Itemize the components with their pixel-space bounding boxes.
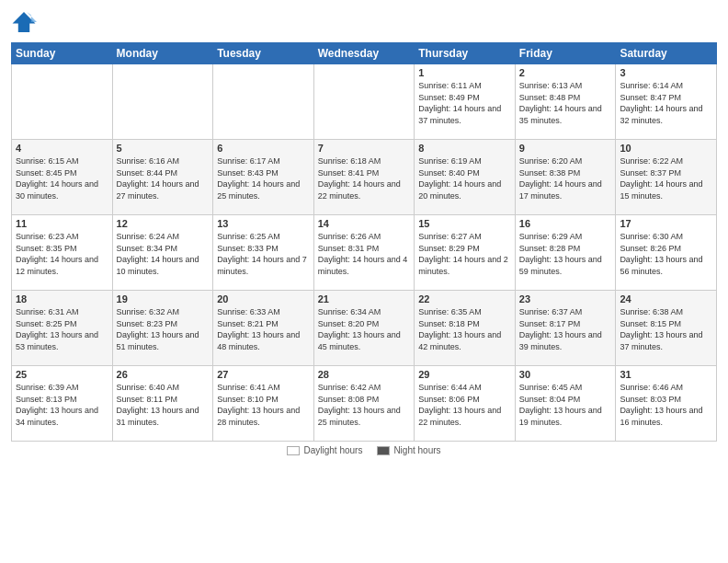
day-number: 16 — [519, 218, 612, 229]
day-info: Sunrise: 6:40 AMSunset: 8:11 PMDaylight:… — [117, 382, 210, 428]
calendar-cell: 27Sunrise: 6:41 AMSunset: 8:10 PMDayligh… — [213, 366, 314, 442]
day-number: 23 — [519, 293, 612, 304]
day-number: 5 — [117, 143, 210, 154]
calendar-cell: 3Sunrise: 6:14 AMSunset: 8:47 PMDaylight… — [616, 64, 717, 140]
day-info: Sunrise: 6:32 AMSunset: 8:23 PMDaylight:… — [117, 306, 210, 352]
day-number: 3 — [620, 67, 712, 78]
col-thursday: Thursday — [415, 43, 516, 64]
calendar-cell: 30Sunrise: 6:45 AMSunset: 8:04 PMDayligh… — [515, 366, 616, 442]
day-number: 15 — [418, 218, 511, 229]
day-info: Sunrise: 6:15 AMSunset: 8:45 PMDaylight:… — [16, 155, 108, 201]
col-monday: Monday — [112, 43, 213, 64]
calendar-cell: 23Sunrise: 6:37 AMSunset: 8:17 PMDayligh… — [515, 291, 616, 366]
day-number: 13 — [217, 218, 310, 229]
day-info: Sunrise: 6:20 AMSunset: 8:38 PMDaylight:… — [519, 155, 612, 201]
day-info: Sunrise: 6:30 AMSunset: 8:26 PMDaylight:… — [620, 231, 712, 277]
calendar-row-3: 11Sunrise: 6:23 AMSunset: 8:35 PMDayligh… — [12, 215, 717, 291]
day-info: Sunrise: 6:18 AMSunset: 8:41 PMDaylight:… — [318, 155, 411, 201]
calendar-cell: 22Sunrise: 6:35 AMSunset: 8:18 PMDayligh… — [415, 291, 516, 366]
calendar-cell: 8Sunrise: 6:19 AMSunset: 8:40 PMDaylight… — [415, 140, 516, 215]
day-info: Sunrise: 6:25 AMSunset: 8:33 PMDaylight:… — [217, 231, 310, 277]
calendar-cell: 9Sunrise: 6:20 AMSunset: 8:38 PMDaylight… — [515, 140, 616, 215]
day-number: 30 — [519, 369, 612, 380]
day-number: 22 — [418, 293, 511, 304]
day-info: Sunrise: 6:44 AMSunset: 8:06 PMDaylight:… — [418, 382, 511, 428]
calendar-cell: 31Sunrise: 6:46 AMSunset: 8:03 PMDayligh… — [616, 366, 717, 442]
day-info: Sunrise: 6:31 AMSunset: 8:25 PMDaylight:… — [16, 306, 108, 352]
daylight-color-box — [287, 446, 300, 455]
calendar-cell: 24Sunrise: 6:38 AMSunset: 8:15 PMDayligh… — [616, 291, 717, 366]
col-sunday: Sunday — [12, 43, 113, 64]
day-number: 10 — [620, 143, 712, 154]
calendar-table: Sunday Monday Tuesday Wednesday Thursday… — [11, 42, 717, 442]
calendar-cell — [213, 64, 314, 140]
day-info: Sunrise: 6:14 AMSunset: 8:47 PMDaylight:… — [620, 80, 712, 126]
logo-icon — [11, 9, 37, 35]
calendar-cell — [12, 64, 113, 140]
day-number: 29 — [418, 369, 511, 380]
day-number: 21 — [318, 293, 411, 304]
night-label: Night hours — [393, 445, 440, 455]
calendar-cell: 26Sunrise: 6:40 AMSunset: 8:11 PMDayligh… — [112, 366, 213, 442]
logo — [11, 9, 40, 35]
calendar-cell: 2Sunrise: 6:13 AMSunset: 8:48 PMDaylight… — [515, 64, 616, 140]
day-info: Sunrise: 6:39 AMSunset: 8:13 PMDaylight:… — [16, 382, 108, 428]
calendar-cell: 14Sunrise: 6:26 AMSunset: 8:31 PMDayligh… — [313, 215, 415, 291]
calendar-cell: 6Sunrise: 6:17 AMSunset: 8:43 PMDaylight… — [213, 140, 314, 215]
day-info: Sunrise: 6:33 AMSunset: 8:21 PMDaylight:… — [217, 306, 310, 352]
calendar-cell: 17Sunrise: 6:30 AMSunset: 8:26 PMDayligh… — [616, 215, 717, 291]
col-friday: Friday — [515, 43, 616, 64]
day-info: Sunrise: 6:35 AMSunset: 8:18 PMDaylight:… — [418, 306, 511, 352]
legend-daylight: Daylight hours — [287, 445, 362, 455]
night-color-box — [377, 446, 390, 455]
calendar-cell: 15Sunrise: 6:27 AMSunset: 8:29 PMDayligh… — [415, 215, 516, 291]
calendar-cell: 16Sunrise: 6:29 AMSunset: 8:28 PMDayligh… — [515, 215, 616, 291]
calendar-cell: 18Sunrise: 6:31 AMSunset: 8:25 PMDayligh… — [12, 291, 113, 366]
day-number: 31 — [620, 369, 712, 380]
day-info: Sunrise: 6:42 AMSunset: 8:08 PMDaylight:… — [318, 382, 411, 428]
day-number: 6 — [217, 143, 310, 154]
day-number: 9 — [519, 143, 612, 154]
calendar-cell: 1Sunrise: 6:11 AMSunset: 8:49 PMDaylight… — [415, 64, 516, 140]
calendar-row-2: 4Sunrise: 6:15 AMSunset: 8:45 PMDaylight… — [12, 140, 717, 215]
day-number: 24 — [620, 293, 712, 304]
calendar-cell: 5Sunrise: 6:16 AMSunset: 8:44 PMDaylight… — [112, 140, 213, 215]
calendar-cell — [313, 64, 415, 140]
day-number: 26 — [117, 369, 210, 380]
day-info: Sunrise: 6:34 AMSunset: 8:20 PMDaylight:… — [318, 306, 411, 352]
day-info: Sunrise: 6:19 AMSunset: 8:40 PMDaylight:… — [418, 155, 511, 201]
page-header — [11, 9, 717, 35]
day-info: Sunrise: 6:26 AMSunset: 8:31 PMDaylight:… — [318, 231, 411, 277]
day-number: 18 — [16, 293, 108, 304]
day-number: 2 — [519, 67, 612, 78]
daylight-label: Daylight hours — [303, 445, 362, 455]
col-wednesday: Wednesday — [313, 43, 415, 64]
day-number: 12 — [117, 218, 210, 229]
col-saturday: Saturday — [616, 43, 717, 64]
calendar-cell: 21Sunrise: 6:34 AMSunset: 8:20 PMDayligh… — [313, 291, 415, 366]
calendar-cell: 10Sunrise: 6:22 AMSunset: 8:37 PMDayligh… — [616, 140, 717, 215]
calendar-cell: 11Sunrise: 6:23 AMSunset: 8:35 PMDayligh… — [12, 215, 113, 291]
day-info: Sunrise: 6:24 AMSunset: 8:34 PMDaylight:… — [117, 231, 210, 277]
day-number: 20 — [217, 293, 310, 304]
calendar-row-4: 18Sunrise: 6:31 AMSunset: 8:25 PMDayligh… — [12, 291, 717, 366]
calendar-row-5: 25Sunrise: 6:39 AMSunset: 8:13 PMDayligh… — [12, 366, 717, 442]
calendar-cell: 25Sunrise: 6:39 AMSunset: 8:13 PMDayligh… — [12, 366, 113, 442]
day-info: Sunrise: 6:45 AMSunset: 8:04 PMDaylight:… — [519, 382, 612, 428]
page-container: Sunday Monday Tuesday Wednesday Thursday… — [0, 0, 728, 563]
header-row: Sunday Monday Tuesday Wednesday Thursday… — [12, 43, 717, 64]
calendar-cell: 20Sunrise: 6:33 AMSunset: 8:21 PMDayligh… — [213, 291, 314, 366]
calendar-header: Sunday Monday Tuesday Wednesday Thursday… — [12, 43, 717, 64]
day-info: Sunrise: 6:38 AMSunset: 8:15 PMDaylight:… — [620, 306, 712, 352]
legend-night: Night hours — [377, 445, 440, 455]
day-number: 1 — [418, 67, 511, 78]
calendar-cell: 4Sunrise: 6:15 AMSunset: 8:45 PMDaylight… — [12, 140, 113, 215]
calendar-cell: 29Sunrise: 6:44 AMSunset: 8:06 PMDayligh… — [415, 366, 516, 442]
day-info: Sunrise: 6:13 AMSunset: 8:48 PMDaylight:… — [519, 80, 612, 126]
calendar-cell: 13Sunrise: 6:25 AMSunset: 8:33 PMDayligh… — [213, 215, 314, 291]
day-number: 14 — [318, 218, 411, 229]
day-info: Sunrise: 6:22 AMSunset: 8:37 PMDaylight:… — [620, 155, 712, 201]
day-info: Sunrise: 6:37 AMSunset: 8:17 PMDaylight:… — [519, 306, 612, 352]
day-number: 11 — [16, 218, 108, 229]
day-number: 25 — [16, 369, 108, 380]
